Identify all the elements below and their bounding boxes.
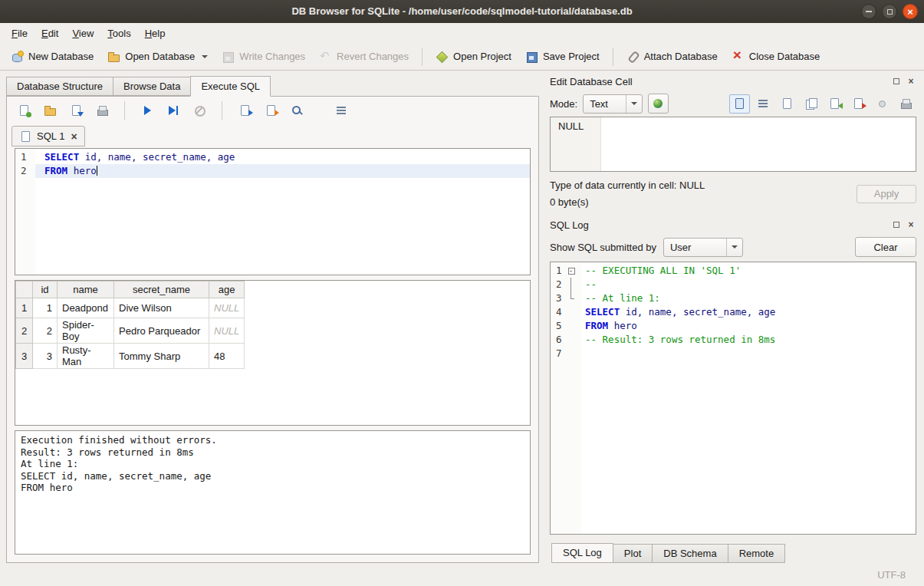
save-sql-file-button[interactable]	[67, 101, 85, 120]
cell[interactable]: Rusty-Man	[58, 344, 114, 369]
cell[interactable]: Pedro Parqueador	[114, 318, 209, 344]
menu-edit[interactable]: Edit	[35, 25, 65, 41]
revert-changes-button[interactable]: Revert Changes	[313, 47, 415, 67]
cell[interactable]: 2	[33, 318, 58, 344]
row-number[interactable]: 1	[16, 298, 33, 318]
dropdown-caret-icon[interactable]	[202, 55, 208, 58]
app-window: DB Browser for SQLite - /home/user/code/…	[0, 0, 924, 586]
find-replace-button[interactable]	[288, 101, 306, 120]
right-panel: Edit Database Cell × Mode: Text NULL	[542, 71, 924, 563]
gutter-row: 1	[15, 150, 35, 164]
import-cell-data-button[interactable]	[824, 94, 845, 114]
cell[interactable]: Spider-Boy	[58, 318, 114, 344]
menu-help[interactable]: Help	[138, 25, 173, 41]
column-header-id[interactable]: id	[33, 281, 58, 298]
cell[interactable]: Dive Wilson	[114, 298, 209, 318]
close-panel-button[interactable]: ×	[906, 76, 916, 87]
line-number: 7	[551, 347, 566, 360]
cell[interactable]: Deadpond	[58, 298, 114, 318]
set-cell-null-button[interactable]	[872, 94, 893, 114]
word-wrap-icon	[757, 97, 770, 110]
results-table-container[interactable]: idnamesecret_nameage 11DeadpondDive Wils…	[15, 280, 531, 426]
float-panel-button[interactable]	[891, 76, 902, 87]
stop-execution-button[interactable]	[190, 101, 209, 120]
execute-current-line-button[interactable]	[164, 101, 182, 120]
row-number[interactable]: 2	[16, 318, 33, 344]
close-window-button[interactable]: ×	[903, 4, 918, 19]
tab-db-schema[interactable]: DB Schema	[652, 544, 728, 563]
open-sql-in-new-tab-button[interactable]	[15, 101, 33, 120]
menu-view[interactable]: View	[65, 25, 100, 41]
cell[interactable]: 48	[209, 344, 245, 369]
column-header-name[interactable]: name	[58, 281, 114, 298]
titlebar: DB Browser for SQLite - /home/user/code/…	[0, 0, 924, 23]
sql-editor[interactable]: 12 SELECT id, name, secret_name, ageFROM…	[15, 148, 531, 275]
corner-cell[interactable]	[16, 281, 33, 298]
open-project-button[interactable]: Open Project	[429, 47, 518, 67]
minimize-button[interactable]	[861, 4, 876, 19]
execute-all-button[interactable]	[138, 101, 156, 120]
encoding-indicator: UTF-8	[877, 569, 906, 581]
column-header-secret-name[interactable]: secret_name	[114, 281, 209, 298]
cell[interactable]: 3	[33, 344, 58, 369]
save-results-icon	[238, 104, 252, 117]
line-number: 2	[551, 278, 566, 291]
write-changes-icon	[222, 51, 235, 63]
tab-execute-sql[interactable]: Execute SQL	[190, 76, 271, 97]
apply-button[interactable]: Apply	[857, 185, 916, 203]
cell[interactable]: NULL	[209, 298, 245, 318]
float-log-button[interactable]	[891, 219, 902, 230]
cell[interactable]: Tommy Sharp	[114, 344, 209, 369]
cell[interactable]: 1	[33, 298, 58, 318]
tab-sql-log[interactable]: SQL Log	[551, 543, 613, 563]
close-database-button[interactable]: Close Database	[725, 47, 827, 67]
sql-toolbar	[7, 97, 538, 124]
dock-tabs: SQL LogPlotDB SchemaRemote	[550, 542, 916, 563]
close-log-button[interactable]: ×	[906, 219, 916, 230]
tab-remote[interactable]: Remote	[728, 544, 786, 563]
new-database-button[interactable]: New Database	[5, 47, 100, 67]
open-project-label: Open Project	[453, 51, 511, 62]
editor-code: SELECT id, name, secret_name, ageFROM he…	[35, 149, 530, 275]
execute-all-icon	[141, 104, 154, 117]
copy-cell-data-button[interactable]	[801, 94, 821, 114]
format-text-button[interactable]	[729, 94, 750, 114]
column-header-age[interactable]: age	[209, 281, 245, 298]
export-cell-data-button[interactable]	[848, 94, 869, 114]
save-project-button[interactable]: Save Project	[519, 47, 606, 67]
tab-database-structure[interactable]: Database Structure	[6, 77, 113, 96]
row-number[interactable]: 3	[16, 344, 33, 369]
menu-tools[interactable]: Tools	[100, 25, 137, 41]
print-cell-icon	[899, 97, 912, 110]
export-results-button[interactable]	[261, 101, 280, 120]
close-tab-icon[interactable]: ×	[71, 131, 77, 142]
toggle-word-wrap-button[interactable]	[332, 101, 350, 120]
toolbar-separator	[124, 101, 125, 120]
word-wrap-button[interactable]	[753, 94, 774, 114]
minimize-icon	[866, 11, 872, 12]
open-sql-file-button[interactable]	[41, 101, 59, 120]
message-line: At line 1:	[21, 458, 524, 470]
mode-select[interactable]: Text	[583, 94, 643, 114]
maximize-button[interactable]	[882, 4, 897, 19]
write-changes-button[interactable]: Write Changes	[215, 47, 311, 67]
open-database-button[interactable]: Open Database	[101, 47, 214, 67]
tab-sql-1[interactable]: SQL 1 ×	[12, 126, 85, 146]
cell[interactable]: NULL	[209, 318, 245, 344]
print-cell-button[interactable]	[896, 94, 916, 114]
clear-log-button[interactable]: Clear	[855, 237, 916, 257]
auto-format-button[interactable]	[648, 94, 669, 114]
tab-browse-data[interactable]: Browse Data	[113, 77, 191, 96]
print-sql-button[interactable]	[93, 101, 111, 120]
chevron-down-icon	[726, 239, 742, 256]
cell-content-editor[interactable]: NULL	[550, 117, 916, 172]
sql-log-view[interactable]: 1234567 -- EXECUTING ALL IN 'SQL 1'---- …	[550, 262, 916, 535]
menu-file[interactable]: File	[5, 25, 35, 41]
attach-database-button[interactable]: Attach Database	[620, 47, 724, 67]
save-results-button[interactable]	[235, 101, 254, 120]
chevron-down-icon	[626, 95, 642, 113]
tab-plot[interactable]: Plot	[613, 544, 653, 563]
open-in-external-button[interactable]	[777, 94, 797, 114]
submitter-select[interactable]: User	[663, 238, 743, 257]
fold-marker-icon[interactable]	[566, 264, 577, 278]
